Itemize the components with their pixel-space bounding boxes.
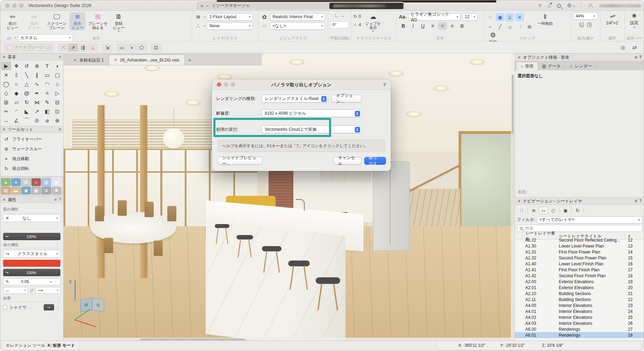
sheet-layer-row[interactable]: A1.32Second Floor Power Plan15 [515,255,644,261]
dialog-titlebar[interactable]: パノラマ取り出しオプション [212,79,391,90]
marquee-polygon-icon[interactable]: ⬠ [137,44,146,51]
fastener-tools-icon[interactable]: ⊚ [42,187,51,194]
glasses-icon[interactable]: ∞ [261,23,268,29]
screen-plane-button[interactable]: 🖵 スクリーン プレーン [45,12,68,30]
snap-tangent-icon[interactable]: ◇ [505,22,514,31]
shadow-options-button[interactable]: ↪ [44,304,54,310]
line-color-swatch[interactable] [3,260,60,267]
help-icon[interactable]: ? [59,197,61,202]
font-size-dropdown[interactable]: 12▾ [462,13,478,21]
snap-object-icon[interactable]: ▣ [496,13,504,21]
arc-tool[interactable]: △ [22,80,32,88]
diameter-dim-tool[interactable]: ⌀ [42,116,52,125]
drag-handle-icon[interactable]: ⋮ [56,305,60,310]
align-left-button[interactable]: ≡ [428,22,437,30]
sheet-layer-row[interactable]: A2.11Building Sections22 [515,296,644,302]
bold-button[interactable]: B [399,22,408,30]
spiral-tool[interactable]: @ [22,89,32,98]
snap-edge-icon[interactable]: ╱ [496,22,504,31]
sheet-layer-row[interactable]: A6.00Renderings27 [515,326,644,332]
zoom-level-dropdown[interactable]: 44%▾ [573,12,598,20]
flyover-tool[interactable]: ↺ [22,62,32,70]
render-type-dropdown[interactable]: レンダリングスタイル-Realistic Interior Final [262,95,328,102]
layers-icon[interactable]: ≋ [194,14,202,20]
fillet-tool[interactable]: ◜ [11,107,21,116]
fit-page-icon[interactable]: ◱ [579,21,584,28]
fill-style-dropdown[interactable]: ✕ なし ▾ [3,214,60,222]
justify-button[interactable]: ≣ [458,22,467,30]
nav-references-icon[interactable]: ↻ [573,207,582,214]
callout-tool[interactable]: ◗ [52,62,63,70]
viewbar-settings-button[interactable]: 設定 [630,20,638,25]
polyline-tool[interactable]: ◠ [42,80,52,88]
view-cube-widget[interactable]: Z 前 右 [69,280,111,326]
nav-sheet-layers-icon[interactable]: ▭ [539,207,548,214]
section-tool[interactable]: ⊡ [52,107,63,116]
tab-data[interactable]: ▤データ [538,62,565,70]
menu-icon[interactable]: ≡ [54,197,57,202]
search-icon[interactable] [557,4,561,8]
double-line-tool[interactable]: ∥ [32,71,42,79]
sheet-layer-row[interactable]: A4.02Interior Elevations25 [515,314,644,320]
sheet-layer-row[interactable]: A1.41First Floor Finish Plan17 [515,267,644,273]
window-tools-icon[interactable]: ⊞ [21,178,31,186]
eye-icon[interactable]: ◉ [632,12,636,18]
resolution-dropdown[interactable]: 8192 x 4096 ピクセル [262,109,361,117]
sheet-layer-row[interactable]: A6.01Renderings28 [515,332,644,338]
toolset-palette-header[interactable]: ✕ ツールセット ≡ [0,126,63,133]
mirror-tool[interactable]: ⋈ [32,98,42,107]
navigation-header[interactable]: ✕ ナビゲーション - シートレイヤ ≡ ? [515,197,644,205]
extend-tool[interactable]: ↗ [32,107,42,116]
close-icon[interactable]: ✕ [2,127,6,132]
marquee-rectangle-icon[interactable]: ▭ [117,44,127,51]
account-icon[interactable] [588,3,593,8]
dimension-tool[interactable]: ↔ [1,116,11,125]
nav-design-layers-icon[interactable]: ≋ [529,207,538,214]
delete-tool[interactable]: ✕ [1,71,11,79]
hexagon-tool[interactable]: ◆ [11,89,21,98]
sheet-layer-row[interactable]: A1.42Second Floor Finish Plan18 [515,273,644,279]
sheet-layer-row[interactable]: A1.40Lower Level Finish Plan16 [515,261,644,267]
mode-net-select-icon[interactable]: ⊡ [151,44,161,51]
italic-button[interactable]: I [409,22,418,30]
resource-manager-close-icon[interactable]: ✕ [200,3,204,8]
menu-icon[interactable]: ≡ [59,127,61,132]
rotation-angle-field[interactable]: 0° [330,21,349,28]
drag-handle-icon[interactable]: ⋮ [54,270,58,275]
close-tab-icon[interactable]: ✕ [114,58,117,62]
class-dropdown[interactable]: None▾ [207,22,253,30]
fill-opacity-slider[interactable]: ↪ 100% ⋮ [3,233,60,240]
object-info-header[interactable]: ✕ オブジェクト情報 - 形状 ≡ ? [515,53,644,61]
sheet-layer-row[interactable]: A4.03Interior Elevations26 [515,320,644,326]
eyedropper-tool[interactable]: ✒ [32,89,42,98]
viewcube-right-face[interactable]: 右 [92,298,104,312]
snap-point-icon[interactable]: ⌐ [486,22,495,31]
options-button[interactable]: オプション... [331,95,361,102]
zoom-window-button[interactable] [19,3,23,8]
layer-dropdown[interactable]: 2-Floor Layout▾ [207,13,253,21]
font-dropdown[interactable]: ヒラギノ角ゴシック W3▾ [408,13,461,21]
class-icon[interactable]: ∴ [194,23,202,29]
snap-arc-icon[interactable]: 〈 [515,22,524,31]
close-icon[interactable]: ✕ [2,55,6,59]
resource-manager-minimize-icon[interactable]: − [206,3,209,8]
close-icon[interactable]: ✕ [2,198,6,202]
scissors-tool[interactable]: ✂ [1,107,11,116]
angle-dim-tool[interactable]: ∠ [11,116,21,125]
align-right-button[interactable]: ≡ [448,22,457,30]
processing-dropdown[interactable]: Vectorworks Cloud上で実施 [262,126,361,133]
menu-icon[interactable]: ≡ [59,55,61,59]
machine-tools-icon[interactable]: ✱ [52,187,61,194]
selection-tool[interactable]: ▶ [1,62,11,70]
cancel-button[interactable]: キャンセル [334,157,361,165]
snap-grid-icon[interactable]: ∷ [486,13,495,21]
fit-objects-icon[interactable]: ◳ [587,21,592,28]
mode-axis-icon[interactable]: ⊥ [88,44,97,51]
plumbing-tools-icon[interactable]: ◉ [21,187,31,194]
document-tab-untitled[interactable]: ✕ 名称未設定 1 [68,55,109,65]
mode-disable-snap-icon[interactable]: ⤫ [58,44,68,51]
wand-tool[interactable]: ✧ [42,89,52,98]
furniture-tools-icon[interactable]: ▦ [31,187,41,194]
toolset-item-flyover[interactable]: ↺フライオーバー [0,134,63,144]
visibility-tool-icon[interactable]: ◎ [621,44,625,51]
